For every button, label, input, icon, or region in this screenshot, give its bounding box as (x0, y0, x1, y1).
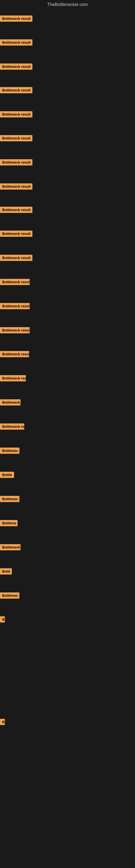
bottleneck-item-5: Bottleneck result (0, 111, 32, 119)
bottleneck-item-24: Bottl (0, 568, 12, 576)
bottleneck-item-20: Bottle (0, 472, 14, 479)
bottleneck-badge-11[interactable]: Bottleneck result (0, 255, 32, 261)
bottleneck-badge-8[interactable]: Bottleneck result (0, 183, 32, 190)
bottleneck-badge-1[interactable]: Bottleneck result (0, 16, 32, 22)
bottleneck-item-12: Bottleneck result (0, 279, 30, 286)
bottleneck-item-10: Bottleneck result (0, 230, 32, 238)
bottleneck-item-25: Bottlenec (0, 592, 19, 600)
bottleneck-item-19: Bottlenec (0, 447, 19, 455)
bottleneck-item-23: Bottleneck (0, 544, 20, 552)
bottleneck-badge-25[interactable]: Bottlenec (0, 592, 19, 599)
bottleneck-item-6: Bottleneck result (0, 135, 32, 143)
bottleneck-item-18: Bottleneck res (0, 424, 24, 431)
bottleneck-badge-10[interactable]: Bottleneck result (0, 230, 32, 237)
bottleneck-badge-17[interactable]: Bottleneck (0, 399, 20, 405)
bottleneck-item-16: Bottleneck resu (0, 375, 26, 382)
bottleneck-badge-24[interactable]: Bottl (0, 568, 12, 575)
bottleneck-item-11: Bottleneck result (0, 255, 32, 262)
site-title: TheBottlenecker.com (0, 0, 135, 9)
bottleneck-badge-13[interactable]: Bottleneck result (0, 303, 30, 309)
bottleneck-item-17: Bottleneck (0, 399, 20, 407)
bottleneck-badge-26[interactable]: B (0, 616, 5, 622)
bottleneck-badge-16[interactable]: Bottleneck resu (0, 375, 26, 381)
bottleneck-badge-3[interactable]: Bottleneck result (0, 63, 32, 70)
bottleneck-item-3: Bottleneck result (0, 63, 32, 71)
bottleneck-badge-21[interactable]: Bottlenec (0, 496, 19, 502)
bottleneck-badge-5[interactable]: Bottleneck result (0, 111, 32, 118)
bottleneck-item-1: Bottleneck result (0, 16, 32, 23)
bottleneck-badge-20[interactable]: Bottle (0, 472, 14, 478)
bottleneck-badge-7[interactable]: Bottleneck result (0, 159, 32, 165)
bottleneck-item-7: Bottleneck result (0, 159, 32, 166)
bottleneck-item-14: Bottleneck result (0, 327, 30, 335)
bottleneck-item-26: B (0, 616, 5, 624)
bottleneck-badge-19[interactable]: Bottlenec (0, 447, 19, 454)
bottleneck-item-15: Bottleneck result (0, 351, 29, 358)
bottleneck-badge-14[interactable]: Bottleneck result (0, 327, 30, 333)
bottleneck-badge-23[interactable]: Bottleneck (0, 544, 20, 550)
bottleneck-badge-27[interactable]: B (0, 719, 5, 725)
bottleneck-badge-12[interactable]: Bottleneck result (0, 279, 30, 285)
bottleneck-item-8: Bottleneck result (0, 183, 32, 191)
bottleneck-item-2: Bottleneck result (0, 39, 32, 46)
bottleneck-item-13: Bottleneck result (0, 303, 30, 310)
bottleneck-badge-6[interactable]: Bottleneck result (0, 135, 32, 141)
bottleneck-item-9: Bottleneck result (0, 207, 32, 214)
bottleneck-badge-9[interactable]: Bottleneck result (0, 207, 32, 213)
bottleneck-badge-15[interactable]: Bottleneck result (0, 351, 29, 357)
bottleneck-item-4: Bottleneck result (0, 87, 32, 94)
bottleneck-item-27: B (0, 719, 5, 726)
bottleneck-item-22: Bottlene (0, 520, 17, 527)
bottleneck-badge-2[interactable]: Bottleneck result (0, 39, 32, 45)
bottleneck-badge-18[interactable]: Bottleneck res (0, 424, 24, 430)
bottleneck-badge-4[interactable]: Bottleneck result (0, 87, 32, 93)
bottleneck-item-21: Bottlenec (0, 496, 19, 503)
bottleneck-badge-22[interactable]: Bottlene (0, 520, 17, 526)
